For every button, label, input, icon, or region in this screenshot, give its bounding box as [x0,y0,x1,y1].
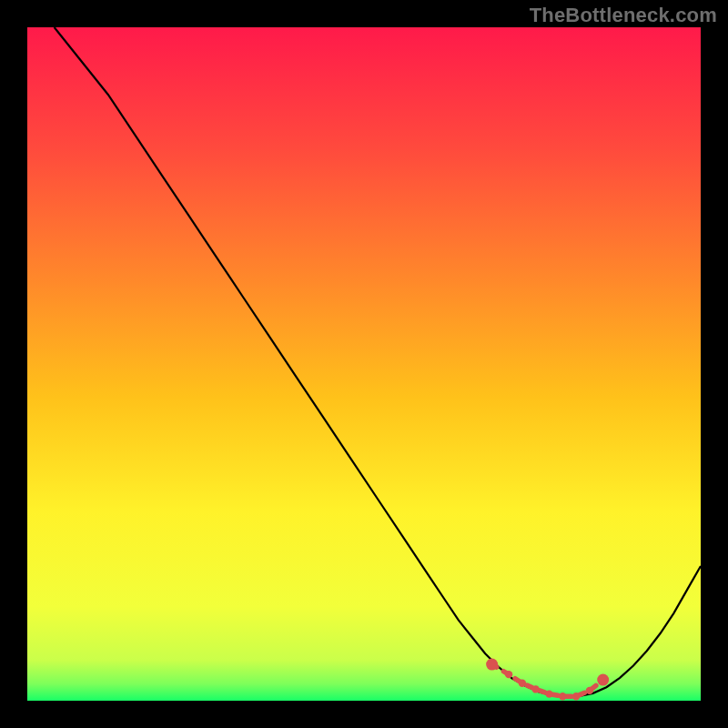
marker-dot [597,674,609,686]
marker-dot [519,680,526,687]
marker-dot [545,690,552,697]
marker-dot [559,693,566,700]
marker-dot [505,671,512,678]
marker-dot [486,659,498,671]
marker-dot [532,685,540,693]
chart-svg [0,0,728,728]
marker-dot [586,687,593,694]
marker-dot [572,693,580,700]
bottleneck-chart: TheBottleneck.com [0,0,728,728]
plot-area [27,27,701,701]
watermark-text: TheBottleneck.com [530,4,717,27]
